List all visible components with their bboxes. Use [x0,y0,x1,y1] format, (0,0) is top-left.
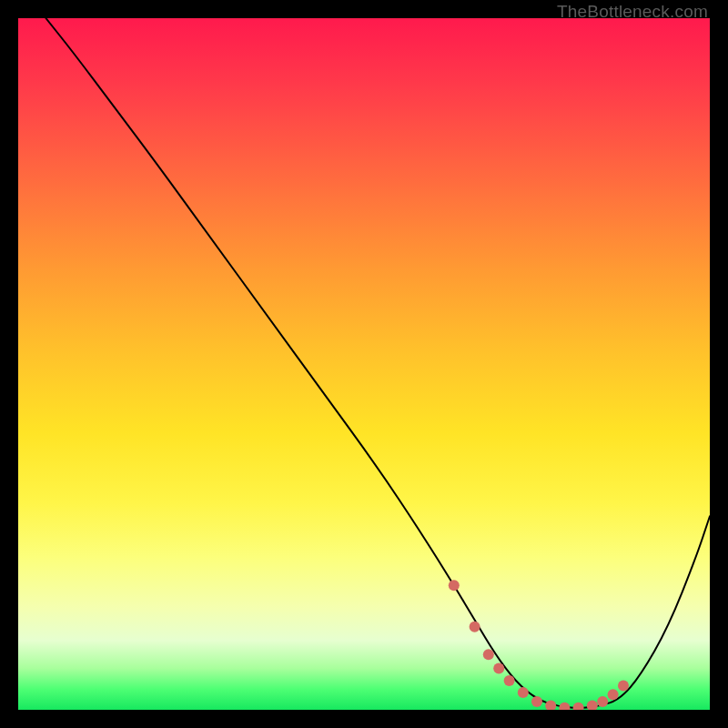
highlight-dot [545,700,556,710]
bottleneck-curve [46,18,710,708]
chart-area [18,18,710,710]
highlight-dot [597,696,608,707]
highlight-dot [449,580,460,591]
highlight-dot [608,689,619,700]
highlight-dot [504,675,515,686]
highlight-dot [493,662,504,673]
highlight-dot [559,703,570,710]
highlight-dot [518,687,529,698]
highlight-dot [470,622,480,632]
outer-frame: TheBottleneck.com [0,0,728,728]
highlight-dot [587,700,598,710]
highlight-dot [573,703,584,710]
chart-svg [18,18,710,710]
highlight-dots [449,580,629,710]
highlight-dot [531,696,542,707]
highlight-dot [483,649,494,660]
highlight-dot [618,680,629,691]
